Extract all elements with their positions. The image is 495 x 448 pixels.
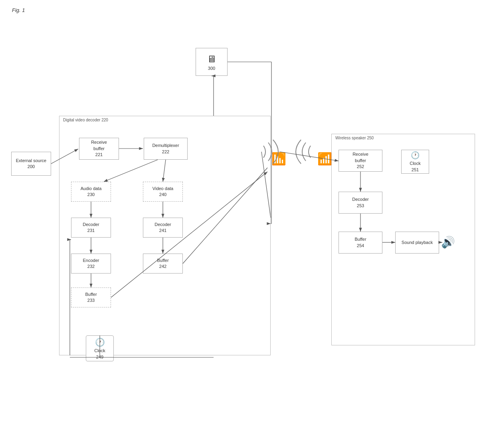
clock-dvd-icon: 🕐 bbox=[95, 337, 105, 348]
tv-number: 300 bbox=[208, 65, 215, 71]
ws-decoder-number: 253 bbox=[357, 203, 364, 209]
encoder-box: Encoder 232 bbox=[71, 254, 111, 274]
clock-dvd-box: 🕐 Clock 249 bbox=[86, 335, 114, 361]
ws-clock-icon: 🕐 bbox=[411, 151, 420, 161]
ws-sound-playback-box: Sound playback bbox=[395, 232, 439, 254]
ws-buffer-number: 254 bbox=[357, 243, 364, 249]
audio-data-box: Audio data 230 bbox=[71, 182, 111, 202]
wifi-right-icon: 📶 bbox=[271, 152, 286, 166]
ws-clock-label: Clock bbox=[410, 161, 421, 167]
ws-clock-number: 251 bbox=[412, 167, 419, 173]
ws-buffer-label: Buffer bbox=[354, 236, 366, 242]
encoder-label: Encoder bbox=[83, 258, 99, 264]
decoder-audio-label: Decoder bbox=[83, 222, 99, 228]
buffer-video-number: 242 bbox=[159, 264, 166, 270]
buffer-audio-number: 233 bbox=[87, 297, 95, 303]
ws-sound-playback-label: Sound playback bbox=[402, 240, 433, 246]
external-source-box: External source 200 bbox=[11, 152, 51, 176]
decoder-video-label: Decoder bbox=[154, 222, 171, 228]
encoder-number: 232 bbox=[87, 264, 95, 270]
video-data-box: Video data 240 bbox=[143, 182, 183, 202]
speaker-icon: 🔊 bbox=[441, 236, 455, 249]
wifi-left-icon: 📶 bbox=[317, 152, 332, 166]
ws-decoder-box: Decoder 253 bbox=[339, 192, 382, 214]
audio-data-label: Audio data bbox=[81, 186, 102, 192]
ws-receive-buffer-label: Receivebuffer bbox=[352, 151, 368, 164]
ws-decoder-label: Decoder bbox=[352, 196, 369, 202]
monitor-icon: 🖥 bbox=[207, 52, 216, 66]
demultiplexer-number: 222 bbox=[162, 149, 169, 155]
ws-receive-buffer-number: 252 bbox=[357, 164, 364, 170]
video-data-label: Video data bbox=[152, 186, 173, 192]
demultiplexer-label: Demultiplexer bbox=[152, 143, 179, 149]
clock-dvd-number: 249 bbox=[96, 354, 103, 360]
ws-receive-buffer-box: Receivebuffer 252 bbox=[339, 150, 382, 172]
demultiplexer-box: Demultiplexer 222 bbox=[144, 138, 188, 160]
receive-buffer-number: 221 bbox=[95, 152, 103, 158]
decoder-video-number: 241 bbox=[159, 228, 166, 234]
ws-buffer-box: Buffer 254 bbox=[339, 232, 382, 254]
decoder-audio-box: Decoder 231 bbox=[71, 218, 111, 238]
buffer-audio-box: Buffer 233 bbox=[71, 287, 111, 307]
external-source-number: 200 bbox=[28, 164, 35, 170]
audio-data-number: 230 bbox=[87, 192, 95, 198]
external-source-label: External source bbox=[16, 158, 46, 164]
ws-clock-box: 🕐 Clock 251 bbox=[401, 150, 429, 174]
wireless-speaker-label: Wireless speaker 250 bbox=[335, 136, 374, 140]
buffer-audio-label: Buffer bbox=[85, 291, 97, 297]
video-data-number: 240 bbox=[159, 192, 166, 198]
decoder-audio-number: 231 bbox=[87, 228, 95, 234]
receive-buffer-label: Receivebuffer bbox=[91, 139, 107, 152]
buffer-video-box: Buffer 242 bbox=[143, 254, 183, 274]
tv-monitor: 🖥 300 bbox=[196, 48, 228, 76]
decoder-video-box: Decoder 241 bbox=[143, 218, 183, 238]
clock-dvd-label: Clock bbox=[94, 348, 105, 354]
receive-buffer-box: Receivebuffer 221 bbox=[79, 138, 119, 160]
figure-label: Fig. 1 bbox=[12, 7, 25, 13]
buffer-video-label: Buffer bbox=[157, 258, 168, 264]
dvd-label: Digital video decoder 220 bbox=[63, 118, 108, 122]
